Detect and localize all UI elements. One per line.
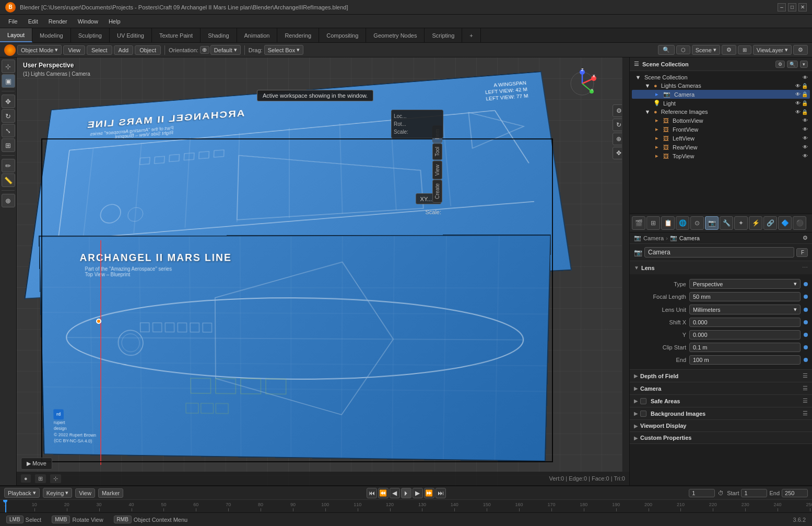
tab-view[interactable]: View xyxy=(432,161,442,180)
menu-help[interactable]: Help xyxy=(104,17,125,26)
tab-geometry-nodes[interactable]: Geometry Nodes xyxy=(366,28,425,42)
skip-end-btn[interactable]: ⏭ xyxy=(436,488,446,498)
viewport-shading-solid[interactable]: ● xyxy=(21,474,31,483)
props-modifier-icon[interactable]: 🔧 xyxy=(720,216,733,230)
object-mode-dropdown[interactable]: Object Mode▾ xyxy=(17,45,62,55)
tab-compositing[interactable]: Compositing xyxy=(319,28,366,42)
scale-tool[interactable]: ⤡ xyxy=(2,124,15,137)
scene-settings-btn[interactable]: ⚙ xyxy=(722,45,736,55)
section-lens-header[interactable]: ▼ Lens ⋯ xyxy=(630,261,812,274)
tab-scripting[interactable]: Scripting xyxy=(425,28,462,42)
camera-fake-user[interactable]: F xyxy=(796,248,808,257)
timeline-ruler[interactable]: 1102030405060708090100110120130140150160… xyxy=(0,500,812,512)
tree-eye-lights[interactable]: 👁 xyxy=(795,83,801,89)
play-forward-btn[interactable]: ▶ xyxy=(413,488,423,498)
viewport-gizmo-btn[interactable]: ⊹ xyxy=(50,474,61,483)
rotate-tool[interactable]: ↻ xyxy=(2,109,15,123)
menu-render[interactable]: Render xyxy=(44,17,72,26)
props-material-icon[interactable]: ⚫ xyxy=(793,216,806,230)
eye-icon[interactable]: 👁 xyxy=(803,75,808,80)
viewport-overlay-btn[interactable]: ⊞ xyxy=(35,474,46,483)
annotate-tool[interactable]: ✏ xyxy=(2,159,15,172)
timeline-view-dropdown[interactable]: View xyxy=(75,488,95,498)
menu-edit[interactable]: Edit xyxy=(24,17,42,26)
outliner-search[interactable]: 🔍 xyxy=(787,61,798,68)
add-tool[interactable]: ⊕ xyxy=(2,194,15,207)
view-btn[interactable]: View xyxy=(63,45,85,55)
menu-file[interactable]: File xyxy=(4,17,22,26)
menu-window[interactable]: Window xyxy=(74,17,102,26)
orientation-icon[interactable]: ⊕ xyxy=(200,46,209,54)
section-custom-props[interactable]: ▶ Custom Properties xyxy=(630,432,812,444)
step-back-btn[interactable]: ⏪ xyxy=(378,488,389,498)
focal-length-value[interactable]: 50 mm xyxy=(689,292,801,301)
transform-tool[interactable]: ⊞ xyxy=(2,138,15,152)
section-viewport-display[interactable]: ▶ Viewport Display xyxy=(630,420,812,432)
marker-dropdown[interactable]: Marker xyxy=(98,488,123,498)
tab-create[interactable]: Create xyxy=(432,180,442,203)
clip-end-value[interactable]: 100 m xyxy=(689,355,801,365)
step-forward-btn[interactable]: ⏩ xyxy=(424,488,434,498)
measure-tool[interactable]: 📏 xyxy=(2,173,15,187)
tree-leftview[interactable]: ▸ 🖼 LeftView 👁 xyxy=(632,134,810,143)
tree-lock-light[interactable]: 🔒 xyxy=(802,100,808,106)
add-btn[interactable]: Add xyxy=(114,45,134,55)
tree-lock-lights[interactable]: 🔒 xyxy=(802,83,808,89)
tab-modeling[interactable]: Modeling xyxy=(32,28,71,42)
tree-scene-collection[interactable]: ▼ Scene Collection 👁 xyxy=(632,73,810,81)
props-object-icon[interactable]: 🔷 xyxy=(778,216,792,230)
tree-eye-top[interactable]: 👁 xyxy=(803,153,808,159)
viewport[interactable]: ARCHANGEL II MARS LINE Part of the "Amaz… xyxy=(17,57,629,485)
tab-add[interactable]: + xyxy=(462,28,480,42)
view-layer-settings-btn[interactable]: ⚙ xyxy=(793,45,808,55)
props-constraint-icon[interactable]: 🔗 xyxy=(763,216,777,230)
lens-unit-dropdown[interactable]: Millimeters ▾ xyxy=(689,305,801,314)
tree-topview[interactable]: ▸ 🖼 TopView 👁 xyxy=(632,151,810,160)
outliner-settings[interactable]: ▾ xyxy=(800,61,808,68)
tree-lock-camera[interactable]: 🔒 xyxy=(802,91,808,97)
maximize-button[interactable]: □ xyxy=(788,3,796,11)
tab-sculpting[interactable]: Sculpting xyxy=(71,28,110,42)
outliner-filter[interactable]: ⚙ xyxy=(775,61,785,68)
lens-type-dropdown[interactable]: Perspective ▾ xyxy=(689,279,801,289)
view-layer-icon[interactable]: ⊞ xyxy=(738,45,751,54)
skip-start-btn[interactable]: ⏮ xyxy=(367,488,377,498)
tree-bottomview[interactable]: ▸ 🖼 BottomView 👁 xyxy=(632,116,810,125)
tree-lights-cameras[interactable]: ▼ ● Lights Cameras 👁 🔒 xyxy=(632,81,810,90)
search-icon-btn[interactable]: 🔍 xyxy=(658,45,675,55)
tree-eye-ref[interactable]: 👁 xyxy=(795,109,801,115)
bg-images-checkbox[interactable] xyxy=(640,411,646,417)
playback-dropdown[interactable]: Playback▾ xyxy=(4,488,40,498)
minimize-button[interactable]: – xyxy=(778,3,786,11)
props-object-data-icon[interactable]: 📷 xyxy=(705,216,719,230)
breadcrumb-settings[interactable]: ⚙ xyxy=(803,235,808,241)
select-btn[interactable]: Select xyxy=(87,45,112,55)
props-output-icon[interactable]: ⊞ xyxy=(646,216,660,230)
play-reverse-btn[interactable]: ◀ xyxy=(390,488,400,498)
tab-animation[interactable]: Animation xyxy=(237,28,278,42)
section-dof[interactable]: ▶ Depth of Field ☰ xyxy=(630,370,812,382)
tree-eye-camera[interactable]: 👁 xyxy=(795,91,801,97)
shift-x-value[interactable]: 0.000 xyxy=(689,318,801,327)
props-particles-icon[interactable]: ✦ xyxy=(734,216,748,230)
tab-shading[interactable]: Shading xyxy=(201,28,237,42)
props-view-layer-icon[interactable]: 📋 xyxy=(661,216,675,230)
orientation-dropdown[interactable]: Default▾ xyxy=(210,45,241,55)
shift-y-value[interactable]: 0.000 xyxy=(689,330,801,340)
props-render-icon[interactable]: 🎬 xyxy=(632,216,645,230)
current-frame-field[interactable]: 1 xyxy=(689,489,715,497)
props-physics-icon[interactable]: ⚡ xyxy=(749,216,762,230)
clip-start-value[interactable]: 0.1 m xyxy=(689,343,801,352)
tab-tool[interactable]: Tool xyxy=(432,143,442,160)
props-world-icon[interactable]: ⊙ xyxy=(690,216,704,230)
lens-options-icon[interactable]: ⋯ xyxy=(802,264,808,271)
blender-icon-btn[interactable] xyxy=(4,44,16,56)
object-btn[interactable]: Object xyxy=(135,45,161,55)
tree-camera[interactable]: ▸ 📷 Camera 👁 🔒 xyxy=(632,90,810,99)
tree-reference-images[interactable]: ▼ ● Reference Images 👁 🔒 xyxy=(632,108,810,116)
scene-icon-btn[interactable]: ⬡ xyxy=(676,45,690,54)
view-layer-dropdown[interactable]: ViewLayer▾ xyxy=(753,45,792,55)
tree-frontview[interactable]: ▸ 🖼 FrontView 👁 xyxy=(632,125,810,134)
props-scene-icon[interactable]: 🌐 xyxy=(676,216,689,230)
end-frame-field[interactable]: 250 xyxy=(782,489,808,497)
